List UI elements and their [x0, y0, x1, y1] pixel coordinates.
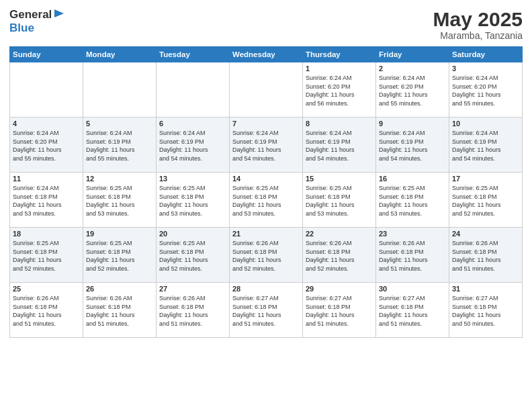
day-info: Sunrise: 6:25 AM Sunset: 6:18 PM Dayligh… [86, 239, 153, 273]
day-number: 17 [452, 175, 519, 183]
day-info: Sunrise: 6:25 AM Sunset: 6:18 PM Dayligh… [379, 184, 446, 218]
calendar-week-1: 1Sunrise: 6:24 AM Sunset: 6:20 PM Daylig… [10, 62, 523, 118]
day-info: Sunrise: 6:24 AM Sunset: 6:20 PM Dayligh… [452, 74, 519, 107]
calendar-cell [10, 62, 83, 118]
calendar-table: SundayMondayTuesdayWednesdayThursdayFrid… [9, 46, 523, 338]
day-number: 26 [86, 285, 153, 293]
day-number: 6 [159, 120, 226, 128]
calendar-header-row: SundayMondayTuesdayWednesdayThursdayFrid… [10, 47, 523, 62]
day-number: 24 [452, 230, 519, 238]
day-info: Sunrise: 6:24 AM Sunset: 6:18 PM Dayligh… [13, 184, 80, 218]
day-number: 10 [452, 120, 519, 128]
day-number: 31 [452, 285, 519, 293]
day-number: 19 [86, 230, 153, 238]
day-number: 2 [379, 64, 446, 73]
day-number: 21 [232, 230, 300, 238]
day-info: Sunrise: 6:27 AM Sunset: 6:18 PM Dayligh… [379, 294, 446, 328]
day-number: 4 [13, 120, 80, 128]
day-number: 12 [86, 175, 153, 183]
col-header-saturday: Saturday [449, 47, 523, 62]
day-number: 15 [306, 175, 373, 183]
day-info: Sunrise: 6:25 AM Sunset: 6:18 PM Dayligh… [86, 184, 153, 218]
day-info: Sunrise: 6:25 AM Sunset: 6:18 PM Dayligh… [159, 184, 226, 218]
page: General Blue May 2025 Maramba, Tanzania … [0, 0, 532, 411]
day-number: 3 [452, 64, 519, 73]
calendar-cell: 7Sunrise: 6:24 AM Sunset: 6:19 PM Daylig… [230, 118, 303, 173]
svg-marker-0 [54, 9, 64, 17]
day-info: Sunrise: 6:27 AM Sunset: 6:18 PM Dayligh… [306, 294, 373, 328]
logo-general-text: General [9, 8, 52, 21]
calendar-cell: 23Sunrise: 6:26 AM Sunset: 6:18 PM Dayli… [376, 228, 449, 283]
calendar-cell: 20Sunrise: 6:25 AM Sunset: 6:18 PM Dayli… [157, 228, 230, 283]
day-number: 18 [13, 230, 80, 238]
day-number: 27 [159, 285, 226, 293]
day-info: Sunrise: 6:26 AM Sunset: 6:18 PM Dayligh… [232, 239, 300, 273]
calendar-cell: 18Sunrise: 6:25 AM Sunset: 6:18 PM Dayli… [10, 228, 83, 283]
calendar-cell: 12Sunrise: 6:25 AM Sunset: 6:18 PM Dayli… [83, 173, 157, 228]
month-title: May 2025 [433, 8, 523, 30]
calendar-cell: 28Sunrise: 6:27 AM Sunset: 6:18 PM Dayli… [230, 283, 303, 338]
day-number: 29 [306, 285, 373, 293]
day-number: 28 [232, 285, 300, 293]
calendar-cell: 11Sunrise: 6:24 AM Sunset: 6:18 PM Dayli… [10, 173, 83, 228]
col-header-thursday: Thursday [303, 47, 376, 62]
day-info: Sunrise: 6:24 AM Sunset: 6:19 PM Dayligh… [159, 129, 226, 163]
calendar-week-4: 18Sunrise: 6:25 AM Sunset: 6:18 PM Dayli… [10, 228, 523, 283]
day-number: 30 [379, 285, 446, 293]
calendar-cell: 24Sunrise: 6:26 AM Sunset: 6:18 PM Dayli… [449, 228, 523, 283]
calendar-cell [157, 62, 230, 118]
day-info: Sunrise: 6:26 AM Sunset: 6:18 PM Dayligh… [452, 239, 519, 273]
calendar-cell: 14Sunrise: 6:25 AM Sunset: 6:18 PM Dayli… [230, 173, 303, 228]
day-info: Sunrise: 6:25 AM Sunset: 6:18 PM Dayligh… [232, 184, 300, 218]
day-number: 20 [159, 230, 226, 238]
calendar-cell: 22Sunrise: 6:26 AM Sunset: 6:18 PM Dayli… [303, 228, 376, 283]
calendar-cell: 13Sunrise: 6:25 AM Sunset: 6:18 PM Dayli… [157, 173, 230, 228]
day-number: 14 [232, 175, 300, 183]
calendar-cell: 10Sunrise: 6:24 AM Sunset: 6:19 PM Dayli… [449, 118, 523, 173]
logo-flag-icon [53, 8, 65, 20]
day-number: 11 [13, 175, 80, 183]
header: General Blue May 2025 Maramba, Tanzania [9, 8, 523, 41]
calendar-cell: 30Sunrise: 6:27 AM Sunset: 6:18 PM Dayli… [376, 283, 449, 338]
day-info: Sunrise: 6:25 AM Sunset: 6:18 PM Dayligh… [306, 184, 373, 218]
day-info: Sunrise: 6:24 AM Sunset: 6:20 PM Dayligh… [379, 74, 446, 107]
calendar-week-5: 25Sunrise: 6:26 AM Sunset: 6:18 PM Dayli… [10, 283, 523, 338]
calendar-cell: 4Sunrise: 6:24 AM Sunset: 6:20 PM Daylig… [10, 118, 83, 173]
day-info: Sunrise: 6:26 AM Sunset: 6:18 PM Dayligh… [86, 294, 153, 328]
day-info: Sunrise: 6:24 AM Sunset: 6:20 PM Dayligh… [13, 129, 80, 163]
calendar-week-2: 4Sunrise: 6:24 AM Sunset: 6:20 PM Daylig… [10, 118, 523, 173]
day-number: 8 [306, 120, 373, 128]
day-info: Sunrise: 6:24 AM Sunset: 6:20 PM Dayligh… [306, 74, 373, 107]
calendar-cell: 17Sunrise: 6:25 AM Sunset: 6:18 PM Dayli… [449, 173, 523, 228]
day-info: Sunrise: 6:24 AM Sunset: 6:19 PM Dayligh… [86, 129, 153, 163]
calendar-cell: 5Sunrise: 6:24 AM Sunset: 6:19 PM Daylig… [83, 118, 157, 173]
col-header-tuesday: Tuesday [157, 47, 230, 62]
day-info: Sunrise: 6:27 AM Sunset: 6:18 PM Dayligh… [452, 294, 519, 328]
col-header-wednesday: Wednesday [230, 47, 303, 62]
day-info: Sunrise: 6:25 AM Sunset: 6:18 PM Dayligh… [13, 239, 80, 273]
day-number: 13 [159, 175, 226, 183]
day-info: Sunrise: 6:26 AM Sunset: 6:18 PM Dayligh… [379, 239, 446, 273]
calendar-cell: 27Sunrise: 6:26 AM Sunset: 6:18 PM Dayli… [157, 283, 230, 338]
day-info: Sunrise: 6:27 AM Sunset: 6:18 PM Dayligh… [232, 294, 300, 328]
calendar-cell: 2Sunrise: 6:24 AM Sunset: 6:20 PM Daylig… [376, 62, 449, 118]
day-info: Sunrise: 6:26 AM Sunset: 6:18 PM Dayligh… [306, 239, 373, 273]
day-info: Sunrise: 6:25 AM Sunset: 6:18 PM Dayligh… [159, 239, 226, 273]
calendar-cell [83, 62, 157, 118]
col-header-sunday: Sunday [10, 47, 83, 62]
day-info: Sunrise: 6:24 AM Sunset: 6:19 PM Dayligh… [379, 129, 446, 163]
day-info: Sunrise: 6:26 AM Sunset: 6:18 PM Dayligh… [13, 294, 80, 328]
title-block: May 2025 Maramba, Tanzania [433, 8, 523, 41]
day-number: 22 [306, 230, 373, 238]
day-number: 7 [232, 120, 300, 128]
calendar-week-3: 11Sunrise: 6:24 AM Sunset: 6:18 PM Dayli… [10, 173, 523, 228]
day-number: 23 [379, 230, 446, 238]
calendar-cell: 21Sunrise: 6:26 AM Sunset: 6:18 PM Dayli… [230, 228, 303, 283]
logo: General Blue [9, 8, 65, 35]
calendar-cell: 31Sunrise: 6:27 AM Sunset: 6:18 PM Dayli… [449, 283, 523, 338]
day-info: Sunrise: 6:24 AM Sunset: 6:19 PM Dayligh… [452, 129, 519, 163]
day-number: 5 [86, 120, 153, 128]
calendar-cell: 26Sunrise: 6:26 AM Sunset: 6:18 PM Dayli… [83, 283, 157, 338]
calendar-cell: 3Sunrise: 6:24 AM Sunset: 6:20 PM Daylig… [449, 62, 523, 118]
col-header-monday: Monday [83, 47, 157, 62]
